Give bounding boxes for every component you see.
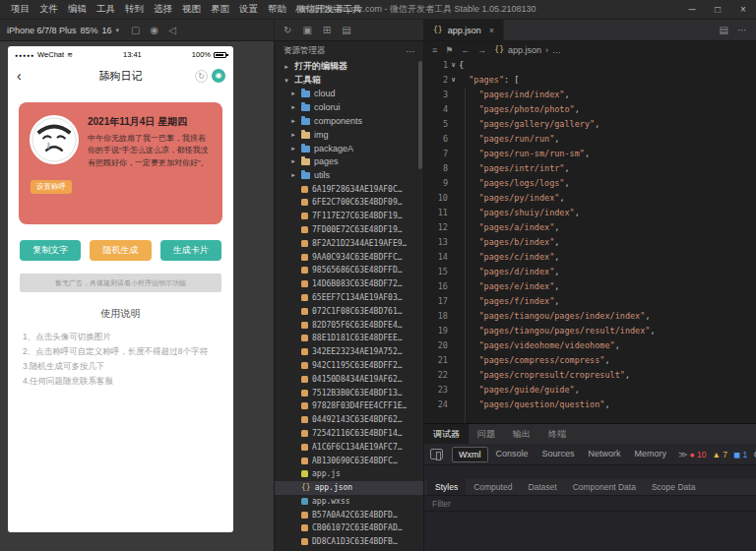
- tree-file[interactable]: 7F117E27C63E4BDF19…: [275, 210, 423, 223]
- panel-tab-终端[interactable]: 终端: [539, 424, 575, 444]
- tree-section[interactable]: ▸打开的编辑器: [275, 60, 423, 74]
- explorer-more-icon[interactable]: ⋯: [407, 46, 415, 56]
- compile-icon[interactable]: ↻: [284, 25, 291, 35]
- refresh-icon[interactable]: ↻: [195, 70, 208, 83]
- more-icon[interactable]: ⋯: [737, 25, 747, 35]
- tree-file[interactable]: 8F2A21D2344AE19AFE9…: [275, 236, 423, 250]
- device-selector[interactable]: iPhone 6/7/8 Plus 85% 16 ▾: [7, 26, 119, 35]
- panel-tab-调试器[interactable]: 调试器: [424, 424, 469, 444]
- make-card-button[interactable]: 生成卡片: [160, 240, 221, 261]
- devtools-tab-memory[interactable]: Memory: [629, 447, 673, 462]
- close-button[interactable]: ×: [730, 4, 756, 15]
- tree-file[interactable]: 88E1D181C63E48DFEE…: [275, 332, 423, 345]
- copy-text-button[interactable]: 复制文字: [20, 240, 81, 261]
- menu-icon[interactable]: ≡: [432, 45, 437, 55]
- menu-item[interactable]: 编辑: [63, 3, 92, 16]
- inspector-tab-dataset[interactable]: Dataset: [520, 479, 564, 495]
- fold-icon[interactable]: ∨: [448, 73, 459, 88]
- tree-file[interactable]: 6A19F28634AE19AF0C…: [275, 182, 423, 196]
- tree-file[interactable]: 942C1195C63E4BDFF2…: [275, 359, 423, 373]
- inspector-tab-styles[interactable]: Styles: [427, 479, 466, 495]
- devtools-tab-sources[interactable]: Sources: [536, 447, 581, 462]
- tree-folder[interactable]: ▸colorui: [275, 100, 423, 114]
- tree-file[interactable]: 14D6B083C63E4BDF72…: [275, 277, 423, 291]
- minimize-button[interactable]: ─: [679, 4, 705, 15]
- tree-folder[interactable]: ▸components: [275, 114, 423, 128]
- menu-item[interactable]: 界面: [206, 3, 234, 16]
- menu-item[interactable]: 帮助: [263, 3, 291, 16]
- tree-file[interactable]: 04492143C63E4BDF62…: [275, 413, 423, 427]
- tree-file[interactable]: B57A0A42C63E4BDFD…: [275, 508, 423, 521]
- explorer-scrollbar[interactable]: [418, 61, 422, 169]
- tree-file[interactable]: A1C6F6C134AE19AFC7…: [275, 440, 423, 454]
- tree-file[interactable]: 7512B3B0C63E4BDF13…: [275, 386, 423, 399]
- inspector-tab-scope-data[interactable]: Scope Data: [644, 479, 703, 495]
- tree-file[interactable]: 7FD00E72C63E48DF19…: [275, 223, 423, 237]
- inspector-tab-computed[interactable]: Computed: [466, 479, 520, 495]
- tree-file[interactable]: 072C1F08C63E4BD761…: [275, 304, 423, 318]
- panel-tab-输出[interactable]: 输出: [504, 424, 539, 444]
- menu-item[interactable]: 微信开发者工具: [291, 3, 367, 16]
- random-generate-button[interactable]: 随机生成: [90, 240, 151, 261]
- grid-icon[interactable]: ⊞: [323, 25, 331, 35]
- inspect-icon[interactable]: ◉: [151, 25, 159, 35]
- breadcrumb[interactable]: {} app.json › …: [494, 45, 561, 55]
- panel-tab-问题[interactable]: 问题: [469, 424, 504, 444]
- tree-file[interactable]: AB130690C63E4BDFC…: [275, 454, 423, 467]
- screen-icon[interactable]: ▢: [131, 25, 140, 35]
- filter-input[interactable]: Filter: [432, 499, 451, 509]
- tree-file[interactable]: 342EE23234AE19A752…: [275, 345, 423, 359]
- inspector-tab-component-data[interactable]: Component Data: [565, 479, 644, 495]
- warning-badge[interactable]: ▲ 7: [712, 450, 727, 459]
- menu-item[interactable]: 设置: [234, 3, 263, 16]
- tree-file[interactable]: DD8CA1D3C63E4BDFB…: [275, 535, 423, 549]
- tree-file[interactable]: 6FE2C700C63E4BDF09…: [275, 196, 423, 210]
- tree-file[interactable]: 65EEF7C134AE19AF03…: [275, 291, 423, 305]
- tree-file[interactable]: 04150D8434AE19AF62…: [275, 372, 423, 386]
- maximize-button[interactable]: □: [705, 4, 730, 15]
- devtools-tab-wxml[interactable]: Wxml: [452, 447, 488, 462]
- preview-icon[interactable]: ▣: [302, 25, 311, 35]
- menu-item[interactable]: 项目: [6, 3, 34, 16]
- menu-item[interactable]: 工具: [92, 3, 120, 16]
- tree-file[interactable]: app.wxss: [275, 495, 423, 509]
- tree-section[interactable]: ▾工具箱: [275, 74, 423, 88]
- devtools-tab-network[interactable]: Network: [583, 447, 627, 462]
- error-badge[interactable]: ● 10: [690, 450, 707, 459]
- back-icon[interactable]: ←: [461, 45, 470, 55]
- tree-folder[interactable]: ▸pages: [275, 155, 423, 169]
- tree-folder[interactable]: ▸cloud: [275, 88, 423, 101]
- menu-item[interactable]: 文件: [34, 3, 63, 16]
- capsule-button[interactable]: ◉: [212, 69, 225, 83]
- code-editor[interactable]: 1∨{2∨ "pages": [3 "pages/ind/index",4 "p…: [424, 58, 756, 423]
- inspect-device-icon[interactable]: [430, 449, 443, 459]
- rotate-icon[interactable]: ◁: [168, 25, 176, 35]
- tree-file[interactable]: 82D705F6C63E4BDFE4…: [275, 318, 423, 332]
- list-icon[interactable]: ▤: [342, 25, 350, 35]
- forward-icon[interactable]: →: [477, 45, 486, 55]
- tree-file[interactable]: 97828F03D4FEE4CFF1E…: [275, 399, 423, 413]
- devtools-tab-console[interactable]: Console: [490, 447, 535, 462]
- tree-folder[interactable]: ▸packageA: [275, 142, 423, 155]
- menu-item[interactable]: 视图: [177, 3, 206, 16]
- tree-file[interactable]: 72542116C63E4BDF14…: [275, 427, 423, 441]
- layout-icon[interactable]: ▤: [720, 25, 728, 35]
- fold-icon[interactable]: ∨: [448, 58, 459, 73]
- more-tabs-icon[interactable]: ≫: [678, 450, 687, 459]
- tree-folder[interactable]: ▸img: [275, 128, 423, 142]
- bookmark-icon[interactable]: ⚑: [445, 45, 453, 55]
- tab-close-icon[interactable]: ×: [489, 26, 494, 35]
- tab-app-json[interactable]: {} app.json ×: [424, 20, 504, 40]
- menu-item[interactable]: 选择: [149, 3, 177, 16]
- tree-file[interactable]: 98565686C63E48DFFD…: [275, 264, 423, 277]
- tree-file[interactable]: app.js: [275, 467, 423, 481]
- back-chevron-icon[interactable]: ‹: [17, 69, 22, 83]
- avatar[interactable]: [30, 115, 79, 164]
- tree-file[interactable]: {}app.json: [275, 481, 423, 495]
- menu-item[interactable]: 转到: [120, 3, 149, 16]
- nickname-tag[interactable]: 设置称呼: [31, 180, 72, 194]
- tree-file[interactable]: 9AA0C934C63E4BDFFC…: [275, 250, 423, 264]
- tree-file[interactable]: CB061072C63E4BDFAD…: [275, 521, 423, 535]
- tree-folder[interactable]: ▸utils: [275, 168, 423, 182]
- info-badge[interactable]: ◼ 1: [733, 450, 747, 459]
